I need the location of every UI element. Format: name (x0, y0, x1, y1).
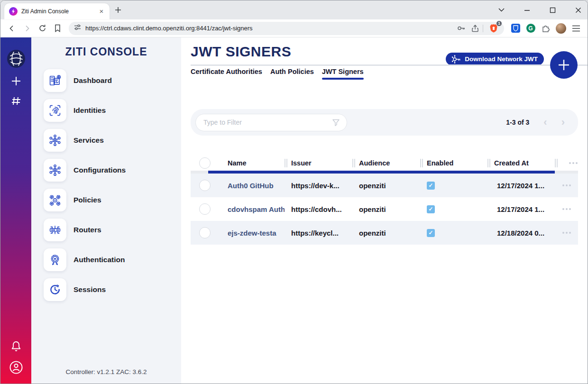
jwt-key-icon (452, 55, 461, 64)
site-settings-icon[interactable] (74, 23, 82, 33)
cell-created-at: 12/17/2024 1... (487, 205, 555, 213)
download-network-jwt-label: Download Network JWT (465, 55, 538, 63)
browser-tab[interactable]: Ziti Admin Console × (4, 3, 110, 19)
table-row[interactable]: ejs-zdew-testa https://keycl... openziti… (191, 221, 578, 245)
download-network-jwt-button[interactable]: Download Network JWT (446, 53, 544, 65)
cell-issuer: https://dev-k... (285, 182, 352, 190)
identities-icon (44, 99, 66, 122)
minimize-icon[interactable] (522, 5, 532, 15)
filter-bar: 1-3 of 3 ‹ › (191, 109, 578, 136)
brave-shield-icon[interactable]: 1 (488, 23, 499, 34)
select-all-checkbox[interactable] (199, 157, 211, 169)
close-window-icon[interactable] (573, 5, 583, 15)
sidebar-item-label: Authentication (74, 256, 125, 264)
table-header-underline (191, 171, 578, 174)
pagination-range: 1-3 of 3 (506, 119, 529, 126)
urlbar-divider (483, 25, 483, 32)
dashboard-icon (44, 69, 66, 92)
cell-name[interactable]: cdovhspam Auth0 (217, 205, 285, 213)
tab-jwt-signers[interactable]: JWT Signers (322, 68, 364, 80)
shield-badge: 1 (496, 21, 502, 26)
authentication-icon (44, 248, 66, 271)
column-header-enabled[interactable]: Enabled (420, 155, 487, 171)
version-footer: Controller: v1.2.1 ZAC: 3.6.2 (31, 368, 181, 375)
pagination-next-icon[interactable]: › (561, 117, 565, 128)
services-icon (44, 129, 66, 152)
cell-name[interactable]: Auth0 GitHub (217, 182, 285, 190)
tab-auth-policies[interactable]: Auth Policies (270, 68, 314, 80)
row-menu-icon[interactable] (555, 208, 578, 210)
bookmark-icon[interactable] (51, 22, 64, 35)
user-profile-icon[interactable] (9, 360, 24, 377)
tab-search-chevron-icon[interactable] (496, 5, 506, 15)
table-row[interactable]: Auth0 GitHub https://dev-k... openziti 1… (191, 174, 578, 197)
sidebar-item-label: Sessions (74, 285, 106, 294)
row-menu-icon[interactable] (555, 184, 578, 186)
cell-audience: openziti (352, 182, 420, 190)
reload-icon[interactable] (36, 22, 49, 35)
sidebar-item-routers[interactable]: Routers (44, 219, 181, 241)
plus-icon (556, 57, 571, 73)
column-header-audience[interactable]: Audience (352, 155, 420, 171)
sidebar-item-dashboard[interactable]: Dashboard (44, 69, 181, 92)
add-jwt-signer-button[interactable] (550, 51, 578, 79)
row-checkbox[interactable] (199, 203, 211, 215)
header-divider (191, 64, 588, 66)
enabled-checkbox[interactable] (427, 205, 435, 213)
row-checkbox[interactable] (199, 227, 211, 238)
cell-name[interactable]: ejs-zdew-testa (217, 229, 285, 237)
forward-icon[interactable] (20, 22, 34, 35)
sidebar-item-policies[interactable]: Policies (44, 189, 181, 211)
jwt-signers-table: Name Issuer Audience Enabled Created At … (191, 155, 578, 245)
tab-close-icon[interactable]: × (97, 7, 106, 16)
tab-title: Ziti Admin Console (21, 8, 97, 15)
url-text[interactable]: https://ctrl.cdaws.clint.demo.openziti.o… (85, 25, 452, 32)
column-header-name[interactable]: Name (217, 155, 285, 171)
routers-icon (44, 219, 66, 241)
new-tab-icon[interactable] (114, 6, 122, 16)
share-icon[interactable] (469, 23, 481, 34)
back-icon[interactable] (5, 22, 18, 35)
enabled-checkbox[interactable] (427, 229, 435, 237)
menu-hamburger-icon[interactable] (570, 22, 582, 35)
grammarly-extension-icon[interactable]: G (524, 22, 537, 35)
column-header-menu[interactable] (555, 155, 578, 171)
url-bar[interactable]: https://ctrl.cdaws.clint.demo.openziti.o… (69, 22, 504, 35)
rail-plus-icon[interactable] (9, 74, 23, 88)
ziti-logo-icon[interactable] (7, 49, 26, 68)
sidebar-item-label: Routers (74, 226, 101, 234)
pagination-prev-icon[interactable]: ‹ (543, 117, 547, 128)
password-key-icon[interactable] (455, 23, 467, 34)
cell-issuer: https://keycl... (285, 229, 352, 237)
row-checkbox[interactable] (199, 180, 211, 191)
browser-toolbar: https://ctrl.cdaws.clint.demo.openziti.o… (0, 19, 588, 37)
sidebar-item-authentication[interactable]: Authentication (44, 248, 181, 271)
sidebar-item-identities[interactable]: Identities (44, 99, 181, 122)
filter-funnel-icon[interactable] (331, 118, 340, 129)
browser-window: Ziti Admin Console × (0, 0, 588, 384)
tab-certificate-authorities[interactable]: Certificate Authorities (191, 68, 262, 80)
column-menu-icon[interactable] (569, 162, 578, 164)
sidebar-item-label: Dashboard (74, 76, 112, 85)
ziti-favicon (9, 7, 18, 16)
column-header-created-at[interactable]: Created At (487, 155, 555, 171)
table-row[interactable]: cdovhspam Auth0 https://cdovh... openzit… (191, 197, 578, 221)
row-menu-icon[interactable] (555, 232, 578, 234)
sidebar-item-configurations[interactable]: Configurations (44, 159, 181, 182)
bitwarden-extension-icon[interactable] (509, 22, 522, 35)
sidebar-item-sessions[interactable]: Sessions (44, 278, 181, 301)
cell-audience: openziti (352, 205, 420, 213)
configurations-icon (44, 159, 66, 182)
filter-input[interactable] (195, 114, 347, 131)
rail-hash-icon[interactable] (9, 94, 23, 108)
enabled-checkbox[interactable] (427, 182, 435, 190)
left-rail (0, 37, 31, 384)
sidebar-item-label: Configurations (74, 166, 126, 174)
extensions-puzzle-icon[interactable] (540, 22, 552, 35)
column-header-issuer[interactable]: Issuer (285, 155, 352, 171)
tab-label: Certificate Authorities (191, 68, 262, 75)
sidebar-item-services[interactable]: Services (44, 129, 181, 152)
profile-avatar[interactable] (555, 22, 567, 35)
maximize-icon[interactable] (548, 5, 557, 15)
notifications-bell-icon[interactable] (9, 340, 23, 355)
